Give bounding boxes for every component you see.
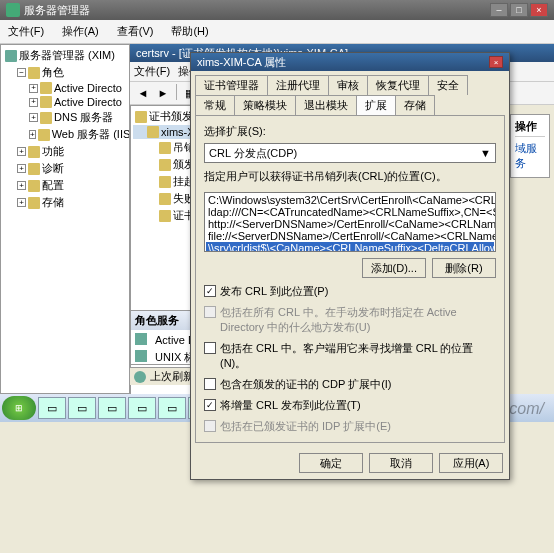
menu-view[interactable]: 查看(V) — [113, 22, 158, 41]
tree-item[interactable]: Active Directo — [54, 96, 122, 108]
maximize-button[interactable]: □ — [510, 3, 528, 17]
back-button[interactable]: ◄ — [134, 84, 152, 102]
ca-icon — [147, 126, 159, 138]
task-button[interactable]: ▭ — [158, 397, 186, 419]
start-button[interactable]: ⊞ — [2, 396, 36, 420]
list-item[interactable]: file://<ServerDNSName>/CertEnroll/<CaNam… — [206, 230, 494, 242]
extension-select[interactable]: CRL 分发点(CDP) ▼ — [204, 143, 496, 163]
tab-policy-module[interactable]: 策略模块 — [234, 95, 296, 115]
list-item[interactable]: ldap:///CN=<CATruncatedName><CRLNameSuff… — [206, 206, 494, 218]
extension-select-value: CRL 分发点(CDP) — [209, 146, 297, 161]
task-button[interactable]: ▭ — [68, 397, 96, 419]
include-crl-delta-checkbox[interactable] — [204, 342, 216, 354]
expand-icon[interactable]: + — [17, 147, 26, 156]
tree-item[interactable]: 配置 — [42, 178, 64, 193]
tab-security[interactable]: 安全 — [428, 75, 468, 95]
cdp-locations-listbox[interactable]: C:\Windows\system32\CertSrv\CertEnroll\<… — [204, 192, 496, 252]
ca-root-icon — [135, 111, 147, 123]
tree-root[interactable]: 服务器管理器 (XIM) — [19, 48, 115, 63]
cert-menu-file[interactable]: 文件(F) — [134, 64, 170, 79]
cancel-button[interactable]: 取消 — [369, 453, 433, 473]
add-button[interactable]: 添加(D)... — [362, 258, 426, 278]
role-icon — [135, 333, 147, 345]
menu-file[interactable]: 文件(F) — [4, 22, 48, 41]
server-tree[interactable]: 服务器管理器 (XIM) −角色 +Active Directo +Active… — [0, 44, 130, 394]
dialog-footer: 确定 取消 应用(A) — [191, 447, 509, 479]
include-idp-ext-checkbox — [204, 420, 216, 432]
expand-icon[interactable]: + — [17, 164, 26, 173]
ok-button[interactable]: 确定 — [299, 453, 363, 473]
tree-item[interactable]: 诊断 — [42, 161, 64, 176]
minimize-button[interactable]: – — [490, 3, 508, 17]
expand-icon[interactable]: + — [17, 181, 26, 190]
tree-item[interactable]: Web 服务器 (IIS — [52, 127, 130, 142]
tab-enrollment-agent[interactable]: 注册代理 — [267, 75, 329, 95]
app-icon — [6, 3, 20, 17]
remove-button[interactable]: 删除(R) — [432, 258, 496, 278]
role-icon — [40, 82, 52, 94]
action-title: 操作 — [515, 119, 545, 137]
folder-icon — [28, 163, 40, 175]
tree-item[interactable]: 存储 — [42, 195, 64, 210]
tab-cert-manager[interactable]: 证书管理器 — [195, 75, 268, 95]
tab-extensions[interactable]: 扩展 — [356, 95, 396, 115]
main-menubar: 文件(F) 操作(A) 查看(V) 帮助(H) — [0, 20, 554, 44]
server-icon — [5, 50, 17, 62]
refresh-icon — [134, 371, 146, 383]
tab-storage[interactable]: 存储 — [395, 95, 435, 115]
tree-item[interactable]: 角色 — [42, 65, 64, 80]
publish-delta-crl-label: 将增量 CRL 发布到此位置(T) — [220, 398, 361, 413]
task-button[interactable]: ▭ — [128, 397, 156, 419]
forward-button[interactable]: ► — [154, 84, 172, 102]
dialog-tabs-row1: 证书管理器 注册代理 审核 恢复代理 安全 — [191, 71, 509, 95]
include-cdp-ext-checkbox[interactable] — [204, 378, 216, 390]
dialog-tabs-row2: 常规 策略模块 退出模块 扩展 存储 — [191, 95, 509, 115]
ca-properties-dialog: xims-XIM-CA 属性 × 证书管理器 注册代理 审核 恢复代理 安全 常… — [190, 52, 510, 480]
tab-exit-module[interactable]: 退出模块 — [295, 95, 357, 115]
role-icon — [40, 112, 52, 124]
folder-icon — [159, 142, 171, 154]
tab-audit[interactable]: 审核 — [328, 75, 368, 95]
include-all-crl-checkbox — [204, 306, 216, 318]
menu-help[interactable]: 帮助(H) — [167, 22, 212, 41]
close-button[interactable]: × — [530, 3, 548, 17]
task-button[interactable]: ▭ — [38, 397, 66, 419]
folder-icon — [28, 197, 40, 209]
expand-icon[interactable]: + — [29, 98, 38, 107]
expand-icon[interactable]: + — [29, 113, 38, 122]
dialog-titlebar[interactable]: xims-XIM-CA 属性 × — [191, 53, 509, 71]
folder-icon — [159, 159, 171, 171]
list-item[interactable]: \\srv\crldist$\<CaName><CRLNameSuffix><D… — [206, 242, 494, 252]
publish-crl-checkbox[interactable] — [204, 285, 216, 297]
list-item[interactable]: C:\Windows\system32\CertSrv\CertEnroll\<… — [206, 194, 494, 206]
chevron-down-icon: ▼ — [480, 147, 491, 159]
folder-icon — [28, 180, 40, 192]
tree-item[interactable]: DNS 服务器 — [54, 110, 113, 125]
include-all-crl-label: 包括在所有 CRL 中。在手动发布时指定在 Active Directory 中… — [220, 305, 496, 335]
menu-action[interactable]: 操作(A) — [58, 22, 103, 41]
tab-general[interactable]: 常规 — [195, 95, 235, 115]
publish-delta-crl-checkbox[interactable] — [204, 399, 216, 411]
apply-button[interactable]: 应用(A) — [439, 453, 503, 473]
tree-item[interactable]: Active Directo — [54, 82, 122, 94]
folder-icon — [159, 176, 171, 188]
publish-crl-label: 发布 CRL 到此位置(P) — [220, 284, 328, 299]
roles-title: 角色服务 — [135, 313, 179, 328]
role-icon — [38, 129, 50, 141]
task-button[interactable]: ▭ — [98, 397, 126, 419]
expand-icon[interactable]: − — [17, 68, 26, 77]
expand-icon[interactable]: + — [17, 198, 26, 207]
action-item[interactable]: 域服务 — [515, 139, 545, 173]
tree-item[interactable]: 功能 — [42, 144, 64, 159]
tab-recovery-agent[interactable]: 恢复代理 — [367, 75, 429, 95]
main-title: 服务器管理器 — [24, 3, 90, 18]
include-cdp-ext-label: 包含在颁发的证书的 CDP 扩展中(I) — [220, 377, 392, 392]
expand-icon[interactable]: + — [29, 130, 36, 139]
dialog-content: 选择扩展(S): CRL 分发点(CDP) ▼ 指定用户可以获得证书吊销列表(C… — [195, 115, 505, 443]
action-pane: 操作 域服务 — [510, 114, 550, 178]
list-item[interactable]: http://<ServerDNSName>/CertEnroll/<CaNam… — [206, 218, 494, 230]
include-crl-delta-label: 包括在 CRL 中。客户端用它来寻找增量 CRL 的位置(N)。 — [220, 341, 496, 371]
extension-desc: 指定用户可以获得证书吊销列表(CRL)的位置(C)。 — [204, 169, 496, 184]
expand-icon[interactable]: + — [29, 84, 38, 93]
dialog-close-button[interactable]: × — [489, 56, 503, 68]
